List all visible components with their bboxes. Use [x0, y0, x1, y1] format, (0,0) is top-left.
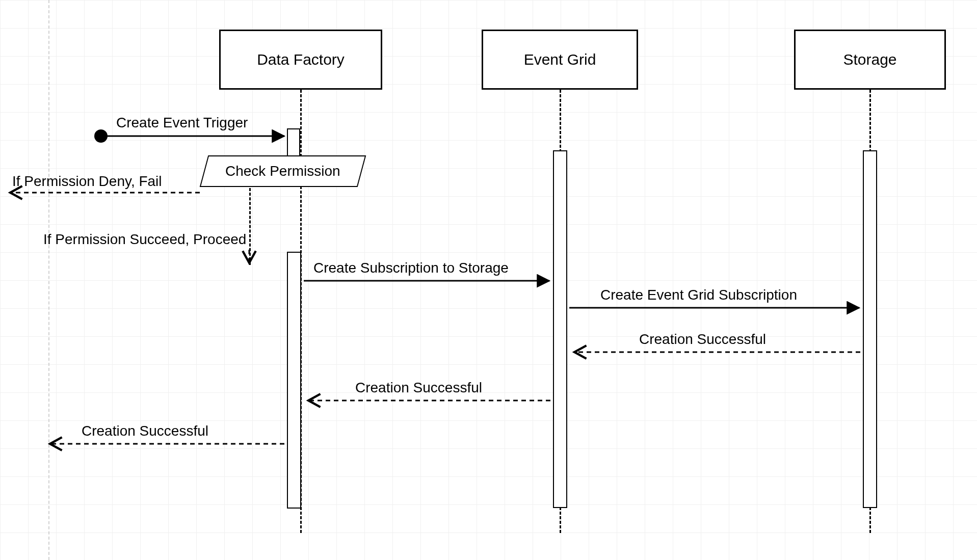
msg-creation-successful-2: Creation Successful [355, 380, 482, 396]
participant-label: Event Grid [524, 51, 596, 68]
participant-label: Data Factory [257, 51, 345, 68]
lifeline-check-permission-down [249, 183, 251, 265]
msg-creation-successful-3: Creation Successful [82, 423, 208, 439]
activation-event-grid [553, 150, 567, 508]
participant-data-factory: Data Factory [219, 30, 382, 90]
msg-creation-successful-1: Creation Successful [639, 331, 766, 348]
sequence-diagram: Data Factory Event Grid Storage Check Pe… [0, 0, 977, 560]
msg-create-event-grid-sub: Create Event Grid Subscription [600, 287, 797, 303]
activation-data-factory-small [287, 128, 300, 159]
participant-storage: Storage [794, 30, 946, 90]
msg-create-sub-to-storage: Create Subscription to Storage [313, 260, 509, 276]
participant-label: Storage [843, 51, 896, 68]
activation-storage [863, 150, 877, 508]
start-dot [94, 129, 108, 143]
participant-event-grid: Event Grid [482, 30, 638, 90]
msg-if-succeed-proceed: If Permission Succeed, Proceed [43, 231, 246, 248]
msg-if-deny-fail: If Permission Deny, Fail [12, 173, 162, 190]
decision-label: Check Permission [225, 163, 340, 179]
msg-create-event-trigger: Create Event Trigger [116, 115, 248, 131]
decision-check-permission: Check Permission [200, 155, 366, 187]
activation-data-factory [287, 252, 301, 509]
